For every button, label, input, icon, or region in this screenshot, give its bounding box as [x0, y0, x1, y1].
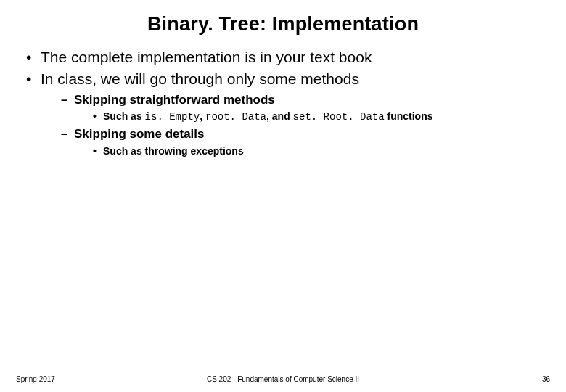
- slide-content: The complete implementation is in your t…: [0, 43, 566, 159]
- footer-page-number: 36: [542, 375, 550, 383]
- bullet-item: Such as throwing exceptions: [93, 144, 540, 159]
- bullet-text: Skipping straightforward methods: [74, 93, 275, 107]
- text-fragment: , and: [266, 110, 293, 122]
- code-fragment: set. Root. Data: [293, 111, 385, 123]
- bullet-item: The complete implementation is in your t…: [26, 47, 540, 68]
- bullet-list-level2: Skipping straightforward methods Such as…: [41, 91, 540, 160]
- text-fragment: functions: [385, 110, 433, 122]
- text-fragment: Such as: [103, 110, 145, 122]
- slide-footer: Spring 2017 CS 202 - Fundamentals of Com…: [0, 372, 566, 383]
- bullet-list-level3: Such as is. Empty, root. Data, and set. …: [74, 109, 540, 125]
- bullet-text: In class, we will go through only some m…: [41, 70, 359, 87]
- bullet-item: Such as is. Empty, root. Data, and set. …: [93, 109, 540, 125]
- bullet-item: Skipping some details Such as throwing e…: [61, 126, 540, 159]
- slide: Binary. Tree: Implementation The complet…: [0, 0, 566, 392]
- footer-center: CS 202 - Fundamentals of Computer Scienc…: [0, 375, 566, 383]
- bullet-item: Skipping straightforward methods Such as…: [61, 91, 540, 126]
- bullet-list-level3: Such as throwing exceptions: [74, 144, 540, 159]
- code-fragment: is. Empty: [145, 111, 200, 123]
- bullet-text: Skipping some details: [74, 127, 205, 141]
- bullet-list-level1: The complete implementation is in your t…: [26, 47, 540, 159]
- slide-title: Binary. Tree: Implementation: [0, 0, 566, 43]
- bullet-item: In class, we will go through only some m…: [26, 69, 540, 159]
- code-fragment: root. Data: [205, 111, 266, 123]
- text-fragment: ,: [200, 110, 205, 122]
